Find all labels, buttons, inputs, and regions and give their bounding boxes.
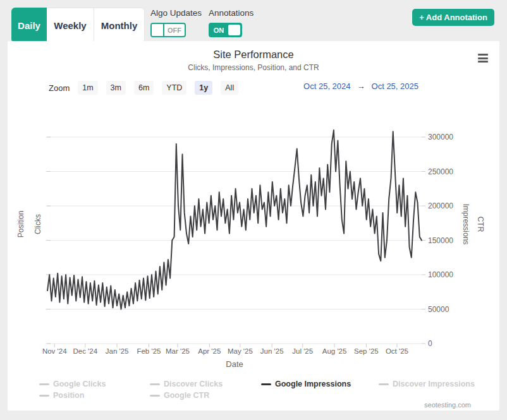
tab-daily[interactable]: Daily [11,8,47,43]
toggle-state-label: ON [210,24,228,36]
impressions-axis-tick-label: 300000 [428,133,453,141]
tab-monthly[interactable]: Monthly [94,8,145,43]
line-swatch-icon [150,383,160,385]
legend-label: Google Clicks [53,380,106,388]
legend-google-impressions[interactable]: Google Impressions [261,380,379,388]
zoom-button-3m[interactable]: 3m [106,81,126,95]
line-swatch-icon [39,395,49,397]
date-axis-labels: Nov '24Dec '24Jan '25Feb '25Mar '25Apr '… [47,347,422,357]
legend-label: Google CTR [164,391,209,400]
plot-area[interactable] [47,106,422,344]
impressions-axis-tick-label: 250000 [428,167,453,176]
zoom-button-ytd[interactable]: YTD [162,81,186,95]
range-selector: Zoom 1m 3m 6m YTD 1y All [49,80,247,95]
line-swatch-icon [39,383,49,385]
chart-legend: Google Clicks Discover Clicks Google Imp… [39,380,486,400]
impressions-axis-tick-label: 50000 [428,305,449,314]
annotations-toggle[interactable]: ON [209,23,242,37]
clicks-axis-title: Clicks [34,196,42,253]
zoom-button-1y[interactable]: 1y [195,81,212,95]
legend-discover-clicks[interactable]: Discover Clicks [150,380,261,388]
date-from-input[interactable]: Oct 25, 2024 [303,81,350,91]
toggle-knob [228,25,240,35]
legend-google-clicks[interactable]: Google Clicks [39,380,150,388]
line-swatch-icon [261,383,271,385]
impressions-axis-tick-label: 100000 [428,270,453,279]
date-to-input[interactable]: Oct 25, 2025 [372,81,418,91]
algo-updates-control: Algo Updates OFF [150,8,202,37]
arrow-right-icon: → [357,81,365,91]
interval-tab-group: Daily Weekly Monthly [11,8,145,43]
legend-label: Discover Clicks [164,380,223,388]
chart-title: Site Performance [8,49,499,61]
hamburger-icon [478,54,488,56]
add-annotation-button[interactable]: + Add Annotation [412,9,494,26]
position-axis-title: Position [16,196,25,253]
chart-subtitle: Clicks, Impressions, Position, and CTR [8,63,499,72]
legend-label: Discover Impressions [393,380,475,388]
ctr-axis-title: CTR [476,196,485,253]
legend-google-ctr[interactable]: Google CTR [150,391,261,400]
annotations-label: Annotations [209,8,254,18]
date-axis-title: Date [203,359,266,369]
watermark: seotesting.com [424,401,471,409]
impressions-axis-title: Impressions [461,196,470,253]
zoom-button-all[interactable]: All [221,81,238,95]
impressions-axis-tick-label: 0 [428,339,432,348]
line-swatch-icon [379,383,389,385]
legend-label: Position [53,391,84,400]
legend-label: Google Impressions [275,380,351,388]
legend-discover-impressions[interactable]: Discover Impressions [379,380,486,388]
date-axis-tick-label: Oct '25 [377,347,417,355]
site-performance-card: Site Performance Clicks, Impressions, Po… [8,41,499,411]
line-swatch-icon [150,395,160,397]
impressions-axis-tick-label: 200000 [428,201,453,210]
hamburger-icon [478,61,488,63]
algo-updates-label: Algo Updates [150,8,202,18]
impressions-line-chart[interactable] [47,106,422,344]
annotations-control: Annotations ON [209,8,254,37]
chart-context-menu-button[interactable] [476,52,490,64]
hamburger-icon [478,57,488,59]
toggle-state-label: OFF [164,24,185,36]
zoom-label: Zoom [49,83,70,93]
legend-position[interactable]: Position [39,391,150,400]
google-impressions-series-line [47,130,422,309]
zoom-button-6m[interactable]: 6m [134,81,154,95]
date-range-inputs: Oct 25, 2024 → Oct 25, 2025 [303,81,418,91]
toggle-knob [152,24,164,36]
zoom-button-1m[interactable]: 1m [78,81,97,95]
impressions-axis-tick-label: 150000 [428,236,453,245]
algo-updates-toggle[interactable]: OFF [150,23,186,37]
tab-weekly[interactable]: Weekly [47,8,94,43]
